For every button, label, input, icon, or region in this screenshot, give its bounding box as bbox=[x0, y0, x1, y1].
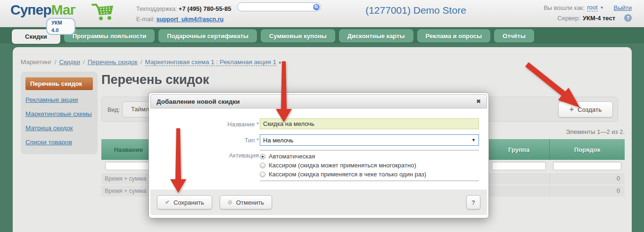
help-icon[interactable]: ? bbox=[624, 14, 632, 22]
sidebar-item-promo-actions[interactable]: Рекламные акции bbox=[25, 96, 93, 104]
column-header-name[interactable]: Название bbox=[101, 139, 156, 160]
view-label: Вид: bbox=[107, 107, 120, 113]
chevron-down-icon: ▼ bbox=[471, 138, 476, 142]
breadcrumb-link-discount-list[interactable]: Перечень скидок bbox=[88, 58, 138, 66]
server-name: УКМ-4 тест bbox=[583, 15, 615, 22]
sidebar: Перечень скидок Рекламные акции Маркетин… bbox=[21, 72, 98, 154]
radio-icon bbox=[260, 163, 265, 168]
page-title: Перечень скидок bbox=[101, 73, 209, 87]
row-name-cell: Время + сумма bbox=[101, 185, 156, 197]
email-label: E-mail: bbox=[136, 16, 155, 23]
type-field-label: Тип * bbox=[160, 137, 259, 144]
column-header-order[interactable]: Порядок bbox=[549, 139, 625, 160]
tab-ads-surveys[interactable]: Реклама и опросы bbox=[417, 29, 490, 42]
screen: СуперМаг УКМ 4.0 Техподдержка: +7 (495) … bbox=[0, 0, 644, 232]
breadcrumb-separator: / bbox=[55, 58, 57, 66]
activation-field-label: Активация bbox=[160, 152, 259, 159]
filter-input-order[interactable] bbox=[553, 162, 621, 170]
sidebar-item-discount-matrix[interactable]: Матрица скидок bbox=[25, 124, 93, 133]
radio-icon bbox=[260, 172, 265, 177]
close-icon[interactable]: ✖ bbox=[476, 98, 481, 105]
username-link[interactable]: root bbox=[587, 4, 597, 11]
discount-name-input[interactable] bbox=[260, 118, 479, 129]
tab-gift-certificates[interactable]: Подарочные сертификаты bbox=[158, 29, 257, 42]
tab-loyalty-programs[interactable]: Программы лояльности bbox=[64, 29, 155, 42]
support-label: Техподдержка: bbox=[136, 6, 177, 12]
cart-icon bbox=[91, 3, 115, 23]
chevron-down-icon[interactable]: ▼ bbox=[278, 61, 282, 65]
search-box bbox=[237, 2, 321, 11]
tab-reports[interactable]: Отчёты bbox=[494, 29, 534, 42]
filter-input-name[interactable] bbox=[105, 162, 152, 170]
row-name-cell: Время + сумма bbox=[101, 173, 156, 184]
cancel-button-label: Отменить bbox=[236, 199, 264, 206]
tab-sum-coupons[interactable]: Суммовые купоны bbox=[261, 29, 335, 42]
breadcrumb-separator: / bbox=[140, 58, 142, 66]
column-header-group[interactable]: Группа bbox=[488, 139, 549, 160]
name-field-label: Название * bbox=[160, 121, 259, 128]
activation-radio-group: Автоматическая Кассиром (скидка может пр… bbox=[260, 150, 479, 181]
main-tabbar: Скидки Программы лояльности Подарочные с… bbox=[0, 27, 644, 43]
user-block: Вы вошли как: root ▼ Выйти Сервер: УКМ-4… bbox=[544, 4, 632, 22]
cancel-icon: ⊘ bbox=[228, 199, 232, 206]
breadcrumb-separator: / bbox=[83, 58, 85, 66]
support-email-link[interactable]: support_ukm4@ascn.ru bbox=[156, 16, 223, 23]
chevron-down-icon: ▼ bbox=[600, 6, 604, 10]
create-button-label: Создать bbox=[578, 106, 602, 113]
modal-header[interactable]: Добавление новой скидки ✖ bbox=[150, 94, 487, 108]
radio-label: Кассиром (скидка применяется в чеке толь… bbox=[269, 171, 426, 178]
row-order-cell: 0 bbox=[549, 185, 625, 197]
radio-cashier-once[interactable]: Кассиром (скидка применяется в чеке толь… bbox=[260, 170, 479, 179]
breadcrumb: Маркетинг/Скидки/Перечень скидок/Маркети… bbox=[21, 58, 282, 66]
radio-label: Кассиром (скидка может применяться много… bbox=[269, 162, 416, 169]
row-order-cell: 0 bbox=[549, 173, 625, 184]
app-logo: СуперМаг УКМ 4.0 bbox=[10, 2, 75, 18]
support-phone: +7 (495) 780-55-85 bbox=[179, 5, 231, 12]
add-discount-modal: Добавление новой скидки ✖ Название * Тип… bbox=[149, 92, 489, 218]
search-input[interactable] bbox=[241, 3, 311, 10]
check-icon: ✔ bbox=[165, 199, 170, 206]
radio-automatic[interactable]: Автоматическая bbox=[260, 152, 479, 161]
create-button[interactable]: ✚ Создать bbox=[558, 101, 613, 117]
sidebar-item-discount-list[interactable]: Перечень скидок bbox=[25, 77, 93, 90]
breadcrumb-root: Маркетинг bbox=[21, 58, 52, 66]
logo-part1: Супер bbox=[10, 2, 51, 17]
discount-type-select[interactable]: На мелочь ▼ bbox=[260, 134, 479, 146]
support-info: Техподдержка: +7 (495) 780-55-85 E-mail:… bbox=[136, 4, 231, 25]
cancel-button[interactable]: ⊘ Отменить bbox=[220, 195, 272, 209]
row-group-cell bbox=[488, 173, 549, 184]
save-button-label: Сохранить bbox=[173, 199, 204, 206]
store-title: (1277001) Demo Store bbox=[330, 5, 502, 16]
radio-icon bbox=[260, 154, 265, 159]
modal-help-button[interactable]: ? bbox=[466, 195, 480, 209]
type-select-value: На мелочь bbox=[263, 137, 293, 144]
version-badge: УКМ 4.0 bbox=[46, 18, 75, 35]
sidebar-item-marketing-schemes[interactable]: Маркетинговые схемы bbox=[25, 110, 93, 118]
breadcrumb-link-discounts[interactable]: Скидки bbox=[59, 58, 80, 66]
modal-footer: ✔ Сохранить ⊘ Отменить ? bbox=[150, 190, 487, 215]
modal-title: Добавление новой скидки bbox=[157, 98, 240, 105]
breadcrumb-current-scheme[interactable]: Маркетинговая схема 1 : Рекламная акция … bbox=[145, 58, 277, 66]
logged-in-label: Вы вошли как: bbox=[544, 4, 585, 11]
radio-cashier-multiple[interactable]: Кассиром (скидка может применяться много… bbox=[260, 161, 479, 170]
plus-icon: ✚ bbox=[570, 107, 574, 113]
save-button[interactable]: ✔ Сохранить bbox=[157, 195, 212, 209]
radio-label: Автоматическая bbox=[269, 153, 315, 160]
logo-part2: Маг bbox=[51, 2, 75, 17]
app-header: СуперМаг УКМ 4.0 Техподдержка: +7 (495) … bbox=[0, 0, 644, 27]
server-label: Сервер: bbox=[557, 15, 580, 22]
items-count: Элементы 1—2 из 2. bbox=[566, 128, 625, 135]
tab-discount-cards[interactable]: Дисконтные карты bbox=[339, 29, 413, 42]
row-group-cell bbox=[488, 185, 549, 197]
logo-text: СуперМаг bbox=[10, 2, 75, 17]
logout-link[interactable]: Выйти bbox=[614, 4, 632, 11]
filter-input-group[interactable] bbox=[492, 162, 546, 170]
sidebar-item-product-lists[interactable]: Списки товаров bbox=[25, 138, 93, 147]
search-icon[interactable] bbox=[313, 4, 320, 10]
modal-body: Название * Тип * На мелочь ▼ Активация А… bbox=[150, 108, 487, 190]
